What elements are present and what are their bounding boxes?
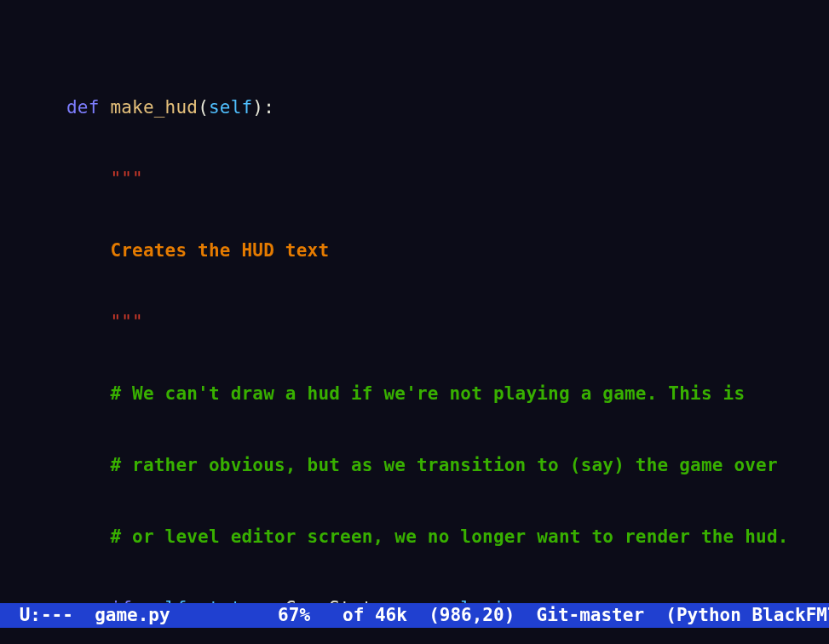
modeline-mode: (Python BlackFMT — [665, 605, 829, 625]
modeline-filename: game.py — [95, 605, 170, 625]
code-line: """ — [0, 310, 829, 334]
code-line: # rather obvious, but as we transition t… — [0, 453, 829, 477]
docstring-quote: """ — [110, 312, 143, 332]
code-buffer[interactable]: def make_hud(self): """ Creates the HUD … — [0, 0, 829, 644]
keyword-def: def — [66, 97, 100, 118]
editor-frame: def make_hud(self): """ Creates the HUD … — [0, 0, 829, 644]
code-line: Creates the HUD text — [0, 239, 829, 262]
docstring-quote: """ — [110, 169, 143, 189]
code-line: """ — [0, 167, 829, 191]
modeline-size: of 46k — [343, 605, 407, 625]
modeline-percent: 67% — [278, 605, 310, 625]
comment: # rather obvious, but as we transition t… — [110, 455, 777, 475]
modeline-position: (986,20) — [429, 605, 515, 625]
modeline-status: U:--- — [9, 605, 73, 625]
code-line: # or level editor screen, we no longer w… — [0, 525, 829, 549]
modeline[interactable]: U:--- game.py 67% of 46k (986,20) Git-ma… — [0, 603, 829, 628]
code-line: def make_hud(self): — [0, 95, 829, 119]
comment: # We can't draw a hud if we're not playi… — [110, 383, 745, 404]
func-name: make_hud — [110, 97, 198, 118]
self-ref: self — [209, 97, 252, 118]
comment: # or level editor screen, we no longer w… — [110, 526, 788, 547]
code-line: # We can't draw a hud if we're not playi… — [0, 382, 829, 405]
modeline-vc: Git-master — [537, 605, 644, 625]
minibuffer[interactable] — [0, 628, 829, 644]
docstring-text: Creates the HUD text — [110, 240, 329, 261]
